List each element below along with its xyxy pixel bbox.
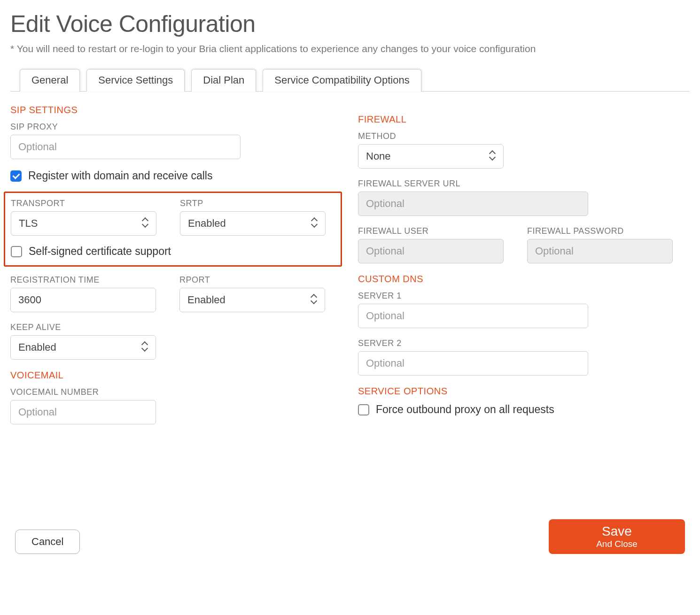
select-transport[interactable]: TLS (11, 211, 156, 236)
label-srtp: SRTP (180, 199, 326, 208)
highlight-transport-srtp: TRANSPORT TLS SRTP Enabled Self-signed (4, 192, 342, 267)
tab-service-settings[interactable]: Service Settings (86, 69, 185, 92)
tab-compatibility[interactable]: Service Compatibility Options (263, 69, 421, 92)
select-srtp[interactable]: Enabled (180, 211, 326, 236)
label-dns-server2: SERVER 2 (358, 338, 687, 348)
input-registration-time[interactable]: 3600 (10, 288, 156, 312)
input-firewall-server-url[interactable]: Optional (358, 192, 588, 216)
label-dns-server1: SERVER 1 (358, 291, 687, 301)
select-transport-value: TLS (19, 217, 38, 230)
save-button-sub: And Close (549, 539, 685, 549)
select-rport[interactable]: Enabled (179, 288, 325, 312)
label-firewall-user: FIREWALL USER (358, 226, 504, 236)
input-sip-proxy[interactable]: Optional (10, 135, 241, 159)
select-keep-alive[interactable]: Enabled (10, 335, 156, 360)
input-dns-server1[interactable]: Optional (358, 304, 588, 328)
cancel-button[interactable]: Cancel (15, 530, 80, 554)
section-custom-dns: CUSTOM DNS (358, 274, 687, 284)
checkbox-register-row[interactable]: Register with domain and receive calls (10, 169, 339, 182)
label-firewall-method: METHOD (358, 131, 687, 141)
chevron-updown-icon (142, 219, 148, 228)
select-keep-alive-value: Enabled (18, 341, 56, 354)
save-button-main: Save (549, 524, 685, 539)
tab-general[interactable]: General (20, 69, 80, 92)
tabs-bar: General Service Settings Dial Plan Servi… (10, 69, 690, 92)
checkbox-register[interactable] (10, 170, 22, 182)
chevron-updown-icon (311, 296, 317, 304)
input-firewall-user[interactable]: Optional (358, 239, 504, 263)
tab-dial-plan[interactable]: Dial Plan (191, 69, 256, 92)
select-srtp-value: Enabled (188, 217, 226, 230)
chevron-updown-icon (311, 219, 318, 228)
label-force-proxy: Force outbound proxy on all requests (376, 403, 554, 416)
section-voicemail: VOICEMAIL (10, 370, 339, 381)
page-note: * You will need to restart or re-login t… (10, 43, 690, 54)
save-and-close-button[interactable]: Save And Close (549, 519, 685, 554)
label-selfsigned: Self-signed certificate support (29, 245, 171, 258)
section-service-options: SERVICE OPTIONS (358, 386, 687, 397)
label-firewall-server-url: FIREWALL SERVER URL (358, 179, 687, 189)
label-keep-alive: KEEP ALIVE (10, 323, 339, 332)
chevron-updown-icon (141, 343, 148, 352)
section-sip-settings: SIP SETTINGS (10, 105, 339, 115)
label-rport: RPORT (179, 275, 325, 285)
label-register: Register with domain and receive calls (28, 169, 212, 182)
select-firewall-method-value: None (366, 150, 391, 162)
label-voicemail-number: VOICEMAIL NUMBER (10, 387, 339, 397)
page-title: Edit Voice Configuration (10, 10, 690, 38)
select-firewall-method[interactable]: None (358, 144, 504, 169)
chevron-updown-icon (489, 152, 496, 161)
input-voicemail-number[interactable]: Optional (10, 400, 156, 424)
label-registration-time: REGISTRATION TIME (10, 275, 156, 285)
section-firewall: FIREWALL (358, 114, 687, 125)
checkbox-force-proxy-row[interactable]: Force outbound proxy on all requests (358, 403, 687, 416)
label-firewall-password: FIREWALL PASSWORD (527, 226, 673, 236)
label-transport: TRANSPORT (11, 199, 156, 208)
input-dns-server2[interactable]: Optional (358, 351, 588, 376)
select-rport-value: Enabled (187, 294, 226, 306)
input-firewall-password[interactable]: Optional (527, 239, 673, 263)
label-sip-proxy: SIP PROXY (10, 122, 339, 132)
checkbox-selfsigned-row[interactable]: Self-signed certificate support (11, 245, 335, 258)
checkbox-force-proxy[interactable] (358, 404, 369, 415)
checkbox-selfsigned[interactable] (11, 246, 22, 257)
